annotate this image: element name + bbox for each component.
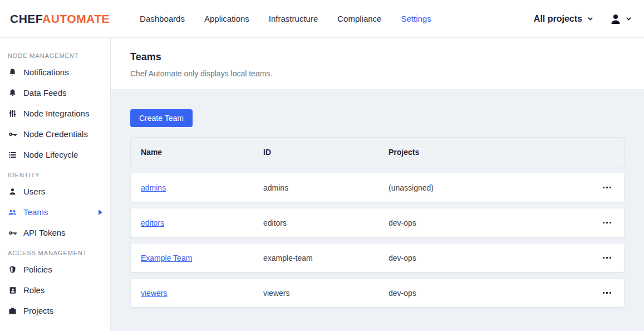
settings-sidebar: NODE MANAGEMENT Notifications Data Feeds… bbox=[0, 38, 111, 331]
sidebar-item-data-feeds[interactable]: Data Feeds bbox=[0, 82, 110, 103]
sidebar-item-label: Policies bbox=[23, 265, 52, 274]
key-icon bbox=[8, 228, 17, 237]
column-header-id: ID bbox=[263, 148, 389, 157]
page-subtitle: Chef Automate only displays local teams. bbox=[130, 69, 644, 78]
chevron-down-icon bbox=[626, 16, 632, 22]
ellipsis-icon bbox=[603, 292, 604, 294]
sidebar-item-projects[interactable]: Projects bbox=[0, 300, 110, 321]
projects-filter-label: All projects bbox=[534, 14, 582, 24]
nav-dashboards[interactable]: Dashboards bbox=[140, 14, 185, 23]
sidebar-item-label: Node Integrations bbox=[23, 109, 89, 118]
bell-icon bbox=[8, 88, 17, 98]
avatar-icon bbox=[609, 12, 622, 26]
sidebar-item-label: Node Lifecycle bbox=[23, 150, 78, 159]
list-icon bbox=[8, 150, 17, 159]
teams-table: Name ID Projects admins admins (unassign… bbox=[130, 137, 625, 308]
sidebar-item-label: Users bbox=[23, 187, 45, 196]
column-header-name: Name bbox=[131, 148, 263, 157]
bell-icon bbox=[8, 67, 17, 77]
sidebar-section-node-management: NODE MANAGEMENT bbox=[0, 46, 110, 62]
nav-compliance[interactable]: Compliance bbox=[337, 14, 381, 23]
main-content: Teams Chef Automate only displays local … bbox=[111, 38, 644, 331]
nav-applications[interactable]: Applications bbox=[204, 14, 249, 23]
nav-infrastructure[interactable]: Infrastructure bbox=[269, 14, 318, 23]
team-id: editors bbox=[263, 218, 389, 227]
ellipsis-icon bbox=[603, 187, 604, 188]
table-header-row: Name ID Projects bbox=[130, 137, 625, 167]
sidebar-item-node-integrations[interactable]: Node Integrations bbox=[0, 103, 110, 124]
table-row: admins admins (unassigned) bbox=[130, 173, 625, 202]
active-arrow-icon bbox=[99, 210, 102, 215]
sidebar-item-api-tokens[interactable]: API Tokens bbox=[0, 222, 110, 243]
sidebar-item-label: API Tokens bbox=[23, 228, 66, 237]
team-id: viewers bbox=[263, 289, 389, 298]
logo-automate-text: AUTOMATE bbox=[42, 12, 110, 25]
user-icon bbox=[8, 187, 17, 196]
nav-right-group: All projects bbox=[534, 12, 632, 26]
sliders-icon bbox=[8, 109, 17, 118]
users-icon bbox=[8, 207, 17, 217]
sidebar-item-label: Data Feeds bbox=[23, 88, 67, 98]
column-header-projects: Projects bbox=[389, 148, 589, 157]
sidebar-item-node-lifecycle[interactable]: Node Lifecycle bbox=[0, 144, 110, 165]
sidebar-item-label: Projects bbox=[23, 306, 53, 315]
row-menu-button[interactable] bbox=[599, 217, 614, 228]
chevron-down-icon bbox=[587, 16, 593, 22]
sidebar-item-users[interactable]: Users bbox=[0, 181, 110, 202]
sidebar-item-label: Roles bbox=[23, 285, 45, 295]
sidebar-item-roles[interactable]: Roles bbox=[0, 280, 110, 300]
team-link-viewers[interactable]: viewers bbox=[141, 289, 167, 298]
team-id: example-team bbox=[263, 254, 389, 262]
top-navigation: CHEFAUTOMATE Dashboards Applications Inf… bbox=[0, 0, 644, 38]
sidebar-item-label: Node Credentials bbox=[23, 129, 88, 139]
sidebar-item-label: Notifications bbox=[23, 67, 69, 77]
team-link-example-team[interactable]: Example Team bbox=[141, 254, 192, 262]
table-row: viewers viewers dev-ops bbox=[130, 278, 625, 308]
team-projects: dev-ops bbox=[389, 218, 589, 227]
logo-chef-text: CHEF bbox=[10, 12, 42, 25]
team-projects: (unassigned) bbox=[389, 183, 589, 192]
primary-nav: Dashboards Applications Infrastructure C… bbox=[140, 14, 431, 23]
team-id: admins bbox=[263, 183, 389, 192]
teams-content: Create Team Name ID Projects admins admi… bbox=[111, 89, 644, 308]
sidebar-item-policies[interactable]: Policies bbox=[0, 259, 110, 280]
briefcase-icon bbox=[8, 306, 17, 315]
chef-automate-logo[interactable]: CHEFAUTOMATE bbox=[10, 12, 110, 26]
table-row: editors editors dev-ops bbox=[130, 208, 625, 237]
team-link-admins[interactable]: admins bbox=[141, 183, 166, 192]
sidebar-item-node-credentials[interactable]: Node Credentials bbox=[0, 124, 110, 144]
create-team-button[interactable]: Create Team bbox=[130, 109, 193, 127]
page-header: Teams Chef Automate only displays local … bbox=[111, 38, 644, 89]
sidebar-item-notifications[interactable]: Notifications bbox=[0, 62, 110, 82]
sidebar-item-label: Teams bbox=[23, 207, 48, 217]
row-menu-button[interactable] bbox=[599, 288, 614, 298]
row-menu-button[interactable] bbox=[599, 252, 614, 263]
team-link-editors[interactable]: editors bbox=[141, 218, 164, 227]
badge-icon bbox=[8, 285, 17, 295]
team-projects: dev-ops bbox=[389, 289, 589, 298]
sidebar-section-identity: IDENTITY bbox=[0, 165, 110, 181]
ellipsis-icon bbox=[603, 222, 604, 223]
ellipsis-icon bbox=[603, 257, 604, 259]
page-title: Teams bbox=[130, 51, 644, 63]
team-projects: dev-ops bbox=[389, 254, 589, 262]
shield-icon bbox=[8, 265, 17, 274]
key-icon bbox=[8, 129, 17, 139]
user-menu[interactable] bbox=[609, 12, 632, 26]
sidebar-section-access-management: ACCESS MANAGEMENT bbox=[0, 243, 110, 259]
nav-settings[interactable]: Settings bbox=[401, 14, 431, 23]
row-menu-button[interactable] bbox=[599, 182, 614, 193]
sidebar-item-teams[interactable]: Teams bbox=[0, 202, 110, 222]
projects-filter-dropdown[interactable]: All projects bbox=[534, 14, 593, 24]
table-row: Example Team example-team dev-ops bbox=[130, 243, 625, 272]
